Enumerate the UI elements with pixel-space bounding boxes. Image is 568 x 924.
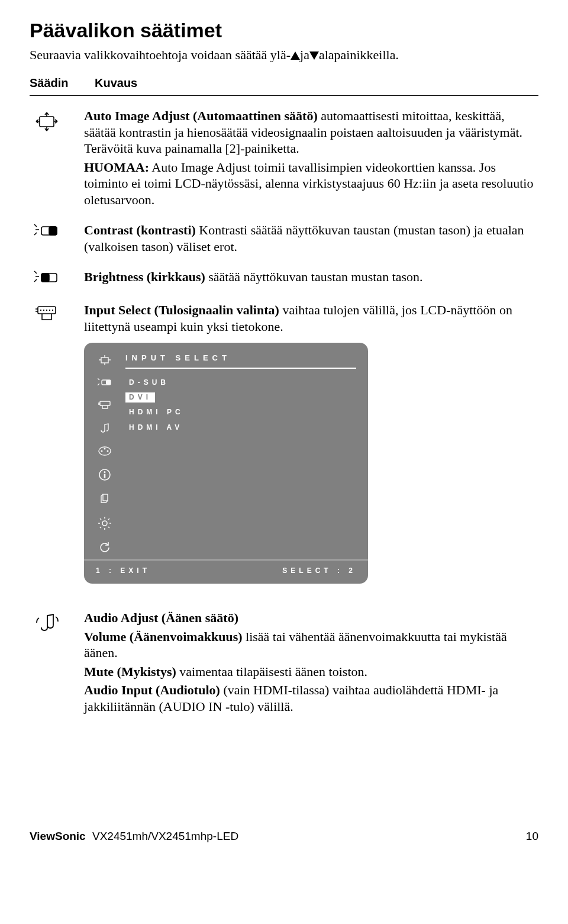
entry-brightness: Brightness (kirkkaus) säätää näyttökuvan… bbox=[30, 269, 538, 290]
footer-page-number: 10 bbox=[526, 829, 538, 843]
intro-post: alapainikkeilla. bbox=[319, 47, 399, 62]
osd-option-dsub: D-SUB bbox=[125, 377, 356, 388]
osd-panel: INPUT SELECT D-SUB DVI HDMI PC HDMI AV 1… bbox=[84, 343, 368, 584]
contrast-bold: Contrast (kontrasti) bbox=[84, 223, 196, 237]
header-icon: Säädin bbox=[30, 76, 71, 91]
intro-pre: Seuraavia valikkovaihtoehtoja voidaan sä… bbox=[30, 47, 291, 62]
audio-input-bold: Audio Input (Audiotulo) bbox=[84, 682, 220, 697]
osd-info-icon bbox=[98, 468, 112, 481]
contrast-icon bbox=[33, 223, 60, 243]
svg-point-13 bbox=[107, 450, 109, 452]
auto-text2: Auto Image Adjust toimii tavallisimpien … bbox=[84, 160, 533, 207]
brightness-bold: Brightness (kirkkaus) bbox=[84, 269, 205, 284]
brightness-icon bbox=[33, 270, 60, 290]
svg-rect-2 bbox=[49, 227, 57, 235]
audio-adjust-icon bbox=[33, 611, 60, 635]
osd-color-icon bbox=[98, 446, 112, 456]
svg-rect-6 bbox=[101, 358, 108, 363]
header-desc: Kuvaus bbox=[95, 76, 137, 91]
audio-mute-bold: Mute (Mykistys) bbox=[84, 664, 176, 679]
triangle-up-icon bbox=[291, 51, 300, 60]
osd-input-icon bbox=[98, 400, 112, 410]
footer-model: VX2451mh/VX2451mhp-LED bbox=[92, 830, 238, 842]
audio-mute-text: vaimentaa tilapäisesti äänen toiston. bbox=[176, 664, 367, 679]
osd-audio-icon bbox=[98, 422, 112, 434]
auto-bold1: Auto Image Adjust (Automaattinen säätö) bbox=[84, 108, 318, 123]
osd-auto-icon bbox=[98, 355, 112, 366]
osd-reset-icon bbox=[98, 542, 112, 553]
entry-audio-adjust: Audio Adjust (Äänen säätö) Volume (Äänen… bbox=[30, 610, 538, 717]
footer-brand: ViewSonic bbox=[30, 830, 86, 842]
entry-auto-image-adjust: Auto Image Adjust (Automaattinen säätö) … bbox=[30, 108, 538, 210]
entry-contrast: Contrast (kontrasti) Kontrasti säätää nä… bbox=[30, 222, 538, 257]
osd-setup-icon bbox=[98, 517, 112, 530]
triangle-down-icon bbox=[309, 51, 319, 60]
page-title: Päävalikon säätimet bbox=[30, 18, 538, 43]
osd-option-hdmi-av: HDMI AV bbox=[125, 422, 356, 433]
intro-text: Seuraavia valikkovaihtoehtoja voidaan sä… bbox=[30, 47, 538, 63]
intro-mid: ja bbox=[300, 47, 309, 62]
svg-rect-0 bbox=[40, 117, 54, 127]
page-footer: ViewSonic VX2451mh/VX2451mhp-LED 10 bbox=[30, 829, 538, 843]
input-bold: Input Select (Tulosignaalin valinta) bbox=[84, 302, 279, 317]
svg-rect-9 bbox=[100, 401, 110, 405]
brightness-text: säätää näyttökuvan taustan mustan tason. bbox=[205, 269, 423, 284]
svg-rect-16 bbox=[104, 474, 106, 478]
audio-title: Audio Adjust (Äänen säätö) bbox=[84, 610, 538, 626]
osd-manual-icon bbox=[98, 493, 112, 505]
osd-contrast-icon bbox=[98, 378, 112, 388]
svg-point-15 bbox=[104, 471, 106, 473]
osd-footer-select: SELECT : 2 bbox=[282, 566, 356, 575]
entry-input-select: Input Select (Tulosignaalin valinta) vai… bbox=[30, 302, 538, 598]
osd-option-dvi: DVI bbox=[125, 392, 155, 403]
column-headers: Säädin Kuvaus bbox=[30, 76, 538, 96]
auto-adjust-icon bbox=[33, 109, 60, 134]
input-select-icon bbox=[33, 303, 60, 324]
osd-sidebar-icons bbox=[92, 353, 117, 553]
osd-title: INPUT SELECT bbox=[125, 353, 356, 369]
osd-option-hdmi-pc: HDMI PC bbox=[125, 407, 356, 418]
svg-point-18 bbox=[102, 521, 107, 526]
audio-volume-bold: Volume (Äänenvoimakkuus) bbox=[84, 629, 243, 644]
osd-footer-exit: 1 : EXIT bbox=[96, 566, 150, 575]
auto-bold2: HUOMAA: bbox=[84, 160, 149, 175]
svg-point-12 bbox=[104, 448, 106, 450]
svg-rect-8 bbox=[106, 380, 111, 385]
svg-point-11 bbox=[101, 450, 103, 452]
svg-rect-17 bbox=[103, 494, 108, 501]
svg-rect-4 bbox=[41, 273, 49, 282]
